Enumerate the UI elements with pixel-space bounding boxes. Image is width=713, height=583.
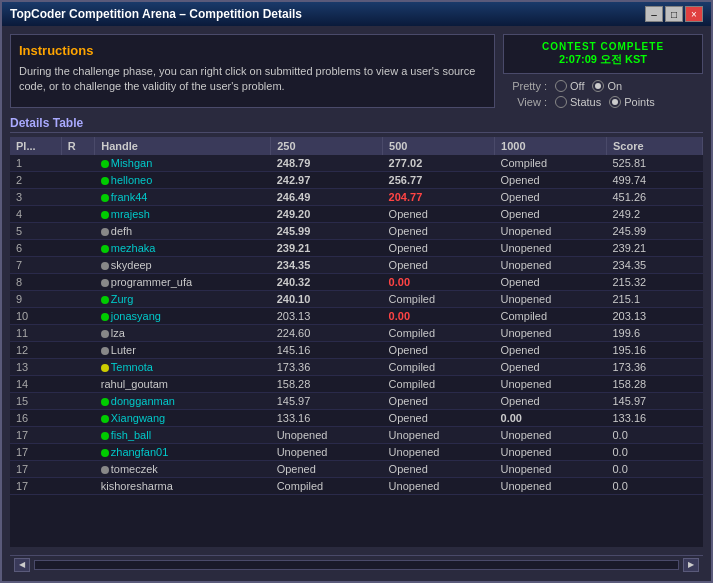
table-row[interactable]: 15dongganman145.97OpenedOpened145.97 — [10, 393, 703, 410]
cell-pl: 10 — [10, 308, 61, 325]
cell-pl: 17 — [10, 461, 61, 478]
table-row[interactable]: 12Luter145.16OpenedOpened195.16 — [10, 342, 703, 359]
status-dot — [101, 262, 109, 270]
cell-score: 249.2 — [606, 206, 702, 223]
cell-1000: Unopened — [495, 257, 607, 274]
table-row[interactable]: 10jonasyang203.130.00Compiled203.13 — [10, 308, 703, 325]
cell-r — [61, 461, 95, 478]
cell-handle: zhangfan01 — [95, 444, 271, 461]
cell-500: 0.00 — [383, 274, 495, 291]
scroll-right-button[interactable]: ▶ — [683, 558, 699, 572]
table-row[interactable]: 6mezhaka239.21OpenedUnopened239.21 — [10, 240, 703, 257]
handle-text: rahul_goutam — [101, 378, 168, 390]
window-controls: – □ × — [645, 6, 703, 22]
cell-r — [61, 410, 95, 427]
cell-1000: Unopened — [495, 325, 607, 342]
cell-pl: 17 — [10, 444, 61, 461]
table-row[interactable]: 8programmer_ufa240.320.00Opened215.32 — [10, 274, 703, 291]
status-dot — [101, 245, 109, 253]
pretty-off-label: Off — [570, 80, 584, 92]
cell-1000: Unopened — [495, 240, 607, 257]
cell-r — [61, 444, 95, 461]
cell-500: Opened — [383, 206, 495, 223]
cell-score: 499.74 — [606, 172, 702, 189]
cell-r — [61, 427, 95, 444]
cell-250: Unopened — [271, 444, 383, 461]
handle-text: Luter — [111, 344, 136, 356]
handle-text: Xiangwang — [111, 412, 165, 424]
table-row[interactable]: 7skydeep234.35OpenedUnopened234.35 — [10, 257, 703, 274]
maximize-button[interactable]: □ — [665, 6, 683, 22]
table-row[interactable]: 5defh245.99OpenedUnopened245.99 — [10, 223, 703, 240]
cell-500: Compiled — [383, 376, 495, 393]
table-row[interactable]: 1Mishgan248.79277.02Compiled525.81 — [10, 155, 703, 172]
cell-handle: Temnota — [95, 359, 271, 376]
table-row[interactable]: 14rahul_goutam158.28CompiledUnopened158.… — [10, 376, 703, 393]
cell-handle: Mishgan — [95, 155, 271, 172]
status-dot — [101, 177, 109, 185]
cell-500: Compiled — [383, 325, 495, 342]
table-row[interactable]: 17kishoresharmaCompiledUnopenedUnopened0… — [10, 478, 703, 495]
cell-pl: 16 — [10, 410, 61, 427]
cell-1000: Opened — [495, 172, 607, 189]
cell-250: 242.97 — [271, 172, 383, 189]
cell-pl: 14 — [10, 376, 61, 393]
col-header-250: 250 — [271, 137, 383, 155]
table-row[interactable]: 4mrajesh249.20OpenedOpened249.2 — [10, 206, 703, 223]
cell-pl: 6 — [10, 240, 61, 257]
right-panel: CONTEST COMPLETE 2:07:09 오전 KST Pretty :… — [503, 34, 703, 108]
scroll-left-button[interactable]: ◀ — [14, 558, 30, 572]
cell-score: 215.32 — [606, 274, 702, 291]
view-points-option[interactable]: Points — [609, 96, 655, 108]
table-container[interactable]: Pl... R Handle 250 500 1000 Score 1Mishg… — [10, 137, 703, 547]
table-row[interactable]: 17tomeczekOpenedOpenedUnopened0.0 — [10, 461, 703, 478]
table-row[interactable]: 13Temnota173.36CompiledOpened173.36 — [10, 359, 703, 376]
cell-500: Unopened — [383, 427, 495, 444]
cell-r — [61, 291, 95, 308]
status-dot — [101, 398, 109, 406]
cell-handle: mrajesh — [95, 206, 271, 223]
view-points-radio[interactable] — [609, 96, 621, 108]
table-row[interactable]: 11lza224.60CompiledUnopened199.6 — [10, 325, 703, 342]
handle-text: kishoresharma — [101, 480, 173, 492]
handle-text: helloneo — [111, 174, 153, 186]
table-row[interactable]: 17zhangfan01UnopenedUnopenedUnopened0.0 — [10, 444, 703, 461]
cell-r — [61, 359, 95, 376]
pretty-label: Pretty : — [507, 80, 547, 92]
table-row[interactable]: 9Zurg240.10CompiledUnopened215.1 — [10, 291, 703, 308]
minimize-button[interactable]: – — [645, 6, 663, 22]
close-button[interactable]: × — [685, 6, 703, 22]
handle-text: Zurg — [111, 293, 134, 305]
cell-r — [61, 325, 95, 342]
cell-r — [61, 172, 95, 189]
handle-text: Mishgan — [111, 157, 153, 169]
cell-250: 245.99 — [271, 223, 383, 240]
cell-250: 145.97 — [271, 393, 383, 410]
cell-pl: 15 — [10, 393, 61, 410]
cell-1000: Opened — [495, 393, 607, 410]
contest-box: CONTEST COMPLETE 2:07:09 오전 KST — [503, 34, 703, 74]
pretty-off-radio[interactable] — [555, 80, 567, 92]
pretty-off-option[interactable]: Off — [555, 80, 584, 92]
cell-250: 240.32 — [271, 274, 383, 291]
handle-text: lza — [111, 327, 125, 339]
table-row[interactable]: 17fish_ballUnopenedUnopenedUnopened0.0 — [10, 427, 703, 444]
cell-score: 133.16 — [606, 410, 702, 427]
table-row[interactable]: 2helloneo242.97256.77Opened499.74 — [10, 172, 703, 189]
cell-250: 248.79 — [271, 155, 383, 172]
cell-handle: Xiangwang — [95, 410, 271, 427]
cell-handle: frank44 — [95, 189, 271, 206]
cell-r — [61, 223, 95, 240]
cell-score: 0.0 — [606, 478, 702, 495]
pretty-on-radio[interactable] — [592, 80, 604, 92]
table-row[interactable]: 16Xiangwang133.16Opened0.00133.16 — [10, 410, 703, 427]
cell-score: 158.28 — [606, 376, 702, 393]
view-status-option[interactable]: Status — [555, 96, 601, 108]
status-dot — [101, 330, 109, 338]
pretty-on-option[interactable]: On — [592, 80, 622, 92]
scroll-track[interactable] — [34, 560, 679, 570]
cell-pl: 5 — [10, 223, 61, 240]
handle-text: mrajesh — [111, 208, 150, 220]
table-row[interactable]: 3frank44246.49204.77Opened451.26 — [10, 189, 703, 206]
view-status-radio[interactable] — [555, 96, 567, 108]
